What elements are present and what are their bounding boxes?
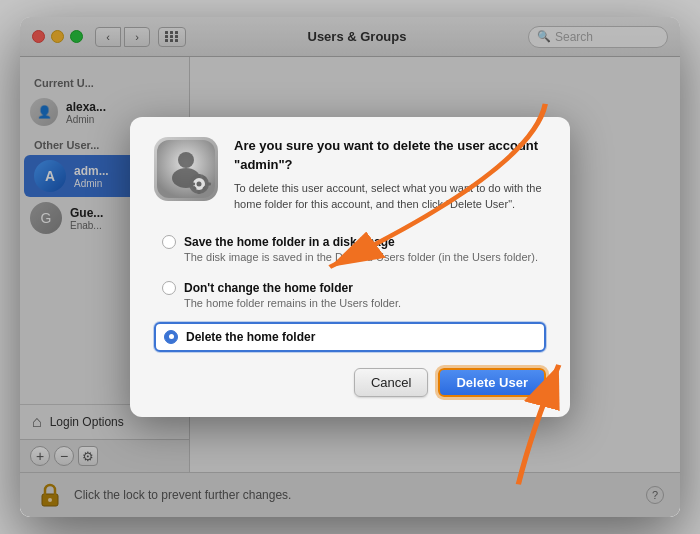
main-window: ‹ › Users & Groups 🔍 Search Current U...… bbox=[20, 17, 680, 517]
modal-overlay: Are you sure you want to delete the user… bbox=[20, 17, 680, 517]
annotation-arrows bbox=[20, 17, 680, 517]
